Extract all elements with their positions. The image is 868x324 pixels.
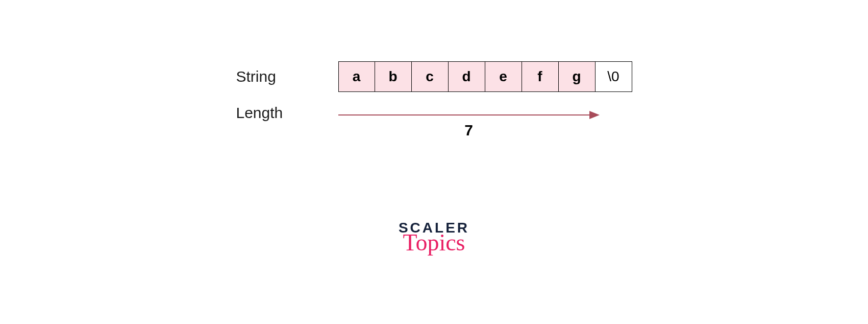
diagram-container: String a b c d e f g \0 Length 7 — [236, 61, 632, 140]
scaler-topics-logo: SCALER Topics — [399, 220, 469, 254]
svg-marker-1 — [589, 111, 600, 119]
arrow-icon — [338, 109, 600, 121]
string-row: String a b c d e f g \0 — [236, 61, 632, 92]
array-cell: g — [559, 61, 596, 92]
array-cell: c — [412, 61, 449, 92]
array-cell: f — [522, 61, 559, 92]
length-arrow-block: 7 — [338, 104, 600, 140]
string-label: String — [236, 68, 338, 85]
array-cell: b — [375, 61, 412, 92]
length-value: 7 — [338, 122, 600, 139]
array-cell: d — [449, 61, 485, 92]
logo-bottom-text: Topics — [399, 231, 469, 254]
string-array: a b c d e f g \0 — [338, 61, 632, 92]
length-label: Length — [236, 104, 338, 122]
array-cell: a — [338, 61, 375, 92]
null-terminator-cell: \0 — [596, 61, 632, 92]
length-row: Length 7 — [236, 104, 632, 140]
array-cell: e — [485, 61, 522, 92]
